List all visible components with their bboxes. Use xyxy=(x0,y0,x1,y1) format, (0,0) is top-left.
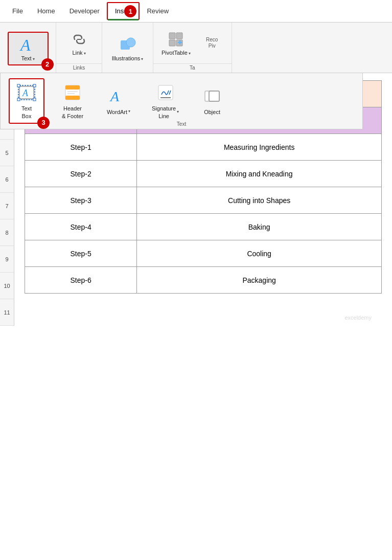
table-row: Step-4 Baking xyxy=(25,214,382,240)
row-9: 9 xyxy=(0,246,14,273)
ribbon-group-links: Link ▾ Links xyxy=(56,23,102,73)
desc-4: Baking xyxy=(137,214,382,240)
svg-text:A: A xyxy=(22,88,29,98)
textbox-icon: A xyxy=(16,82,37,103)
table-row: Step-6 Packaging xyxy=(25,267,382,294)
badge-2: 2 xyxy=(41,58,54,71)
row-6: 6 xyxy=(0,166,14,193)
illust-dropdown-arrow: ▾ xyxy=(141,57,143,61)
watermark: exceldemy xyxy=(344,315,372,321)
svg-rect-13 xyxy=(33,98,36,101)
wordart-icon: A xyxy=(108,86,129,106)
signature-arrow: ▾ xyxy=(177,109,179,114)
object-item[interactable]: Object xyxy=(194,84,230,118)
wordart-arrow: ▾ xyxy=(128,109,130,114)
header-footer-item[interactable]: Header& Footer xyxy=(55,80,90,122)
pivot-group-label: Ta xyxy=(153,63,232,73)
ribbon-group-illustrations: Illustrations ▾ xyxy=(102,23,153,73)
link-dropdown-arrow: ▾ xyxy=(84,51,86,56)
pivot-dropdown-arrow: ▾ xyxy=(189,51,191,56)
text-icon: A xyxy=(18,35,38,55)
svg-rect-6 xyxy=(169,40,175,46)
svg-rect-5 xyxy=(176,33,182,39)
badge-3: 3 xyxy=(37,117,50,129)
illustrations-btn-label: Illustrations xyxy=(112,55,141,62)
desc-6: Packaging xyxy=(137,267,382,294)
link-button[interactable]: Link ▾ xyxy=(64,27,95,58)
step-6: Step-6 xyxy=(25,267,137,294)
step-4: Step-4 xyxy=(25,214,137,240)
row-8: 8 xyxy=(0,219,14,246)
desc-1: Measuring Ingredients xyxy=(137,134,382,161)
svg-rect-16 xyxy=(65,85,80,89)
signature-line-item[interactable]: SignatureLine ▾ xyxy=(147,80,184,122)
dropdown-group-label: Text xyxy=(177,121,186,127)
illustrations-button[interactable]: Illustrations ▾ xyxy=(108,33,148,64)
pivottable-btn-label: PivotTable xyxy=(162,50,188,56)
svg-point-3 xyxy=(126,38,135,47)
ribbon-group-pivot: PivotTable ▾ RecoPiv Ta xyxy=(153,23,232,73)
step-2: Step-2 xyxy=(25,161,137,187)
table-row: Step-5 Cooling xyxy=(25,240,382,267)
text-btn-label: Text xyxy=(21,55,31,62)
header-footer-label: Header& Footer xyxy=(62,105,83,120)
step-3: Step-3 xyxy=(25,187,137,214)
signature-label: SignatureLine xyxy=(152,105,176,120)
desc-5: Cooling xyxy=(137,240,382,267)
link-btn-label: Link xyxy=(72,50,82,56)
ribbon-group-text-buttons: A Text ▾ 2 xyxy=(0,25,56,73)
desc-3: Cutting into Shapes xyxy=(137,187,382,214)
wordart-label: WordArt xyxy=(107,108,127,116)
textbox-label: TextBox xyxy=(21,105,32,120)
menu-developer[interactable]: Developer xyxy=(62,3,107,19)
svg-rect-4 xyxy=(169,33,175,39)
ribbon-group-text: A Text ▾ 2 xyxy=(0,23,56,73)
link-icon xyxy=(69,29,89,50)
row-10: 10 xyxy=(0,273,14,299)
menu-insert-wrapper: Insert 1 xyxy=(107,2,140,20)
svg-rect-17 xyxy=(65,96,80,100)
row-5: 5 xyxy=(0,140,14,166)
step-1: Step-1 xyxy=(25,134,137,161)
dropdown-panel: A TextBox 3 Header& Footer xyxy=(0,73,363,129)
recommended-label: RecoPiv xyxy=(206,37,218,49)
text-dropdown-arrow: ▾ xyxy=(33,57,35,61)
svg-rect-25 xyxy=(209,91,219,101)
wordart-item[interactable]: A WordArt ▾ xyxy=(101,84,136,118)
pivottable-button[interactable]: PivotTable ▾ xyxy=(157,27,195,58)
signature-icon xyxy=(155,82,176,103)
header-footer-icon xyxy=(62,82,83,103)
ribbon-group-links-buttons: Link ▾ xyxy=(56,25,102,61)
desc-2: Mixing and Kneading xyxy=(137,161,382,187)
table-row: Step-2 Mixing and Kneading xyxy=(25,161,382,187)
menu-file[interactable]: File xyxy=(5,3,30,19)
ribbon-group-pivot-buttons: PivotTable ▾ RecoPiv xyxy=(153,25,232,61)
object-icon xyxy=(202,86,222,106)
pivottable-icon xyxy=(166,29,186,50)
svg-text:A: A xyxy=(19,36,31,54)
ribbon-row: A Text ▾ 2 xyxy=(0,23,392,73)
object-label: Object xyxy=(204,108,220,116)
svg-rect-11 xyxy=(33,84,36,87)
row-11: 11 xyxy=(0,299,14,326)
row-7: 7 xyxy=(0,193,14,219)
step-5: Step-5 xyxy=(25,240,137,267)
svg-rect-12 xyxy=(17,98,20,101)
table-row: Step-1 Measuring Ingredients xyxy=(25,134,382,161)
ribbon-group-illust-buttons: Illustrations ▾ xyxy=(102,25,153,73)
menu-review[interactable]: Review xyxy=(140,3,176,19)
illustrations-icon xyxy=(117,35,137,55)
recommended-button[interactable]: RecoPiv xyxy=(197,35,227,51)
menu-home[interactable]: Home xyxy=(30,3,62,19)
ribbon: A Text ▾ 2 xyxy=(0,23,392,73)
table-row: Step-3 Cutting into Shapes xyxy=(25,187,382,214)
textbox-dropdown-item[interactable]: A TextBox xyxy=(9,78,44,124)
menu-bar: File Home Developer Insert 1 Review xyxy=(0,0,392,23)
svg-text:A: A xyxy=(109,88,120,104)
svg-rect-10 xyxy=(17,84,20,87)
links-group-label: Links xyxy=(56,63,102,73)
